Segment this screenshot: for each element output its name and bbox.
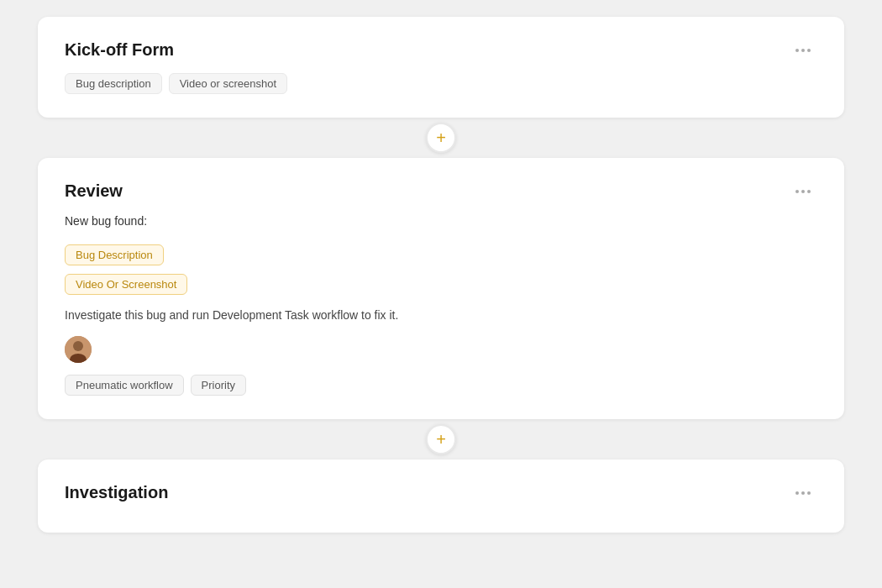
plus-icon-1: + xyxy=(436,129,446,146)
kickoff-header: Kick-off Form xyxy=(65,40,817,60)
investigation-options-menu[interactable] xyxy=(789,488,817,498)
add-button-wrapper-1: + xyxy=(426,118,456,158)
description-bug-tag[interactable]: Bug Description xyxy=(65,244,164,265)
kickoff-title: Kick-off Form xyxy=(65,40,174,60)
video-or-screenshot-tag[interactable]: Video Or Screenshot xyxy=(65,274,187,295)
dot-3 xyxy=(807,49,811,52)
review-video-tag-row: Video Or Screenshot xyxy=(65,274,817,295)
add-button-wrapper-2: + xyxy=(426,419,456,459)
dot-r2 xyxy=(801,190,805,193)
kickoff-tags-row: Bug description Video or screenshot xyxy=(65,73,817,94)
dot-r3 xyxy=(807,190,811,193)
page-wrapper: Kick-off Form Bug description Video or s… xyxy=(0,0,882,588)
investigation-title: Investigation xyxy=(65,483,168,502)
dot-2 xyxy=(801,49,805,52)
add-step-button-1[interactable]: + xyxy=(426,123,456,153)
review-highlight-tags: Bug Description xyxy=(65,244,817,265)
kickoff-form-card: Kick-off Form Bug description Video or s… xyxy=(38,17,844,118)
user-avatar xyxy=(65,336,92,363)
bug-description-tag[interactable]: Bug description xyxy=(65,73,162,94)
new-bug-label: New bug found: xyxy=(65,214,817,228)
plus-icon-2: + xyxy=(436,431,446,448)
kickoff-options-menu[interactable] xyxy=(789,45,817,55)
dot-i3 xyxy=(807,491,811,495)
investigate-text: Investigate this bug and run Development… xyxy=(65,307,817,324)
dot-i2 xyxy=(801,491,805,495)
investigation-card: Investigation xyxy=(38,459,844,533)
pneumatic-workflow-tag[interactable]: Pneumatic workflow xyxy=(65,375,184,396)
review-card: Review New bug found: Bug Description Vi… xyxy=(38,158,844,419)
dot-r1 xyxy=(795,190,799,193)
priority-tag[interactable]: Priority xyxy=(191,375,246,396)
investigation-header: Investigation xyxy=(65,483,817,502)
avatar-row xyxy=(65,336,817,363)
svg-point-1 xyxy=(73,341,83,351)
dot-i1 xyxy=(795,491,799,495)
dot-1 xyxy=(795,49,799,52)
review-header: Review xyxy=(65,181,817,201)
video-screenshot-tag[interactable]: Video or screenshot xyxy=(169,73,287,94)
add-step-button-2[interactable]: + xyxy=(426,424,456,454)
workflow-tags-row: Pneumatic workflow Priority xyxy=(65,375,817,396)
review-body: New bug found: Bug Description Video Or … xyxy=(65,214,817,396)
review-options-menu[interactable] xyxy=(789,186,817,197)
review-title: Review xyxy=(65,181,123,201)
